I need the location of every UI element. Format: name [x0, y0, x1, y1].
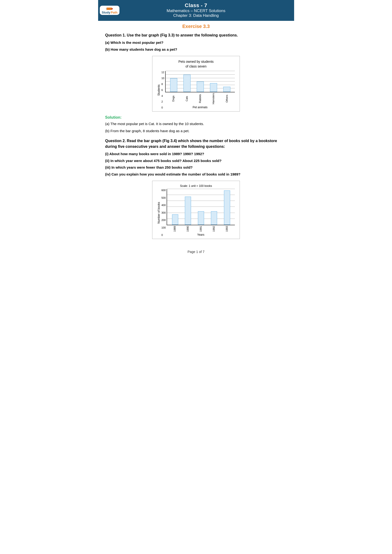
exercise-title: Exercise 3.3	[98, 24, 294, 29]
chart2-y-ticks: 0 100 200 300 400 500 600	[161, 189, 166, 236]
solution1-label: Solution:	[105, 115, 287, 120]
chart1-x-title: Pet animals	[165, 106, 235, 109]
svg-marker-1	[112, 7, 113, 10]
question1-text: Question 1. Use the bar graph (Fig 3.3) …	[105, 32, 287, 38]
chart1-y-label: Students	[157, 71, 161, 109]
bar-rabbits	[194, 71, 207, 92]
chart2-bars-row	[167, 189, 235, 225]
chart1-axes: Students 0 2 4 6 8 10 12	[157, 71, 235, 109]
bar-1989	[168, 189, 182, 225]
question2-sub-i: (i) About how many books were sold in 19…	[105, 151, 287, 157]
question1-sub-a: (a) Which is the most popular pet?	[105, 40, 287, 45]
logo: Study Path	[100, 2, 119, 19]
bar-hamsters	[207, 71, 220, 92]
pencil-icon	[106, 7, 113, 11]
page-content: Question 1. Use the bar graph (Fig 3.3) …	[98, 32, 294, 248]
chart2-x-title: Years	[167, 233, 235, 236]
question1-sub-b: (b) How many students have dog as a pet?	[105, 47, 287, 52]
solution1-ans-b: (b) From the bar graph, 8 students have …	[105, 128, 287, 134]
page-footer: Page 1 of 7	[98, 248, 294, 257]
solution1-ans-a: (a) The most popular pet is Cat. It is o…	[105, 121, 287, 127]
bar-dogs	[167, 71, 180, 92]
logo-study-text: Study	[102, 11, 110, 14]
chart1-y-ticks: 0 2 4 6 8 10 12	[161, 71, 164, 109]
chart1-title: Pets owned by studentsof class seven	[157, 59, 235, 69]
header-subject: Mathematics – NCERT Solutions	[103, 8, 289, 13]
bar-cats	[180, 71, 194, 92]
chart2-bars-area	[167, 189, 235, 225]
svg-rect-0	[106, 7, 112, 10]
page-header: Study Path Class - 7 Mathematics – NCERT…	[98, 0, 294, 21]
question2-sub-iii: (iii) In which years were fewer than 250…	[105, 165, 287, 170]
header-chapter: Chapter 3: Data Handling	[103, 13, 289, 18]
chart1-x-labels: Dogs Cats Rabbits Hamsters Others	[165, 92, 235, 104]
bar-1991	[195, 189, 208, 225]
chart1-box: Pets owned by studentsof class seven Stu…	[152, 56, 240, 111]
chart1-container: Pets owned by studentsof class seven Stu…	[105, 56, 287, 111]
svg-rect-2	[106, 8, 107, 9]
question2-sub-iv: (iv) Can you explain how you would estim…	[105, 172, 287, 177]
header-class: Class - 7	[103, 2, 289, 8]
chart2-container: Scale: 1 unit = 100 books Number of book…	[105, 181, 287, 239]
chart2-axes: Number of books 0 100 200 300 400 500 60…	[157, 189, 235, 236]
chart1-bars-row	[166, 71, 235, 92]
bar-1993	[220, 189, 233, 225]
chart2-box: Scale: 1 unit = 100 books Number of book…	[152, 181, 240, 239]
bar-1990	[182, 189, 195, 225]
chart2-x-labels: 1989 1990 1991 1992 1993	[167, 225, 235, 232]
chart2-scale-note: Scale: 1 unit = 100 books	[157, 184, 235, 187]
logo-path-text: Path	[111, 11, 117, 14]
question2-text: Question 2. Read the bar graph (Fig 3.4)…	[105, 138, 287, 149]
chart2-y-label: Number of books	[157, 189, 161, 236]
bar-others	[220, 71, 233, 92]
question2-sub-ii: (ii) In which year were about 475 books …	[105, 158, 287, 164]
chart1-bars-area	[165, 71, 235, 92]
bar-1992	[208, 189, 221, 225]
